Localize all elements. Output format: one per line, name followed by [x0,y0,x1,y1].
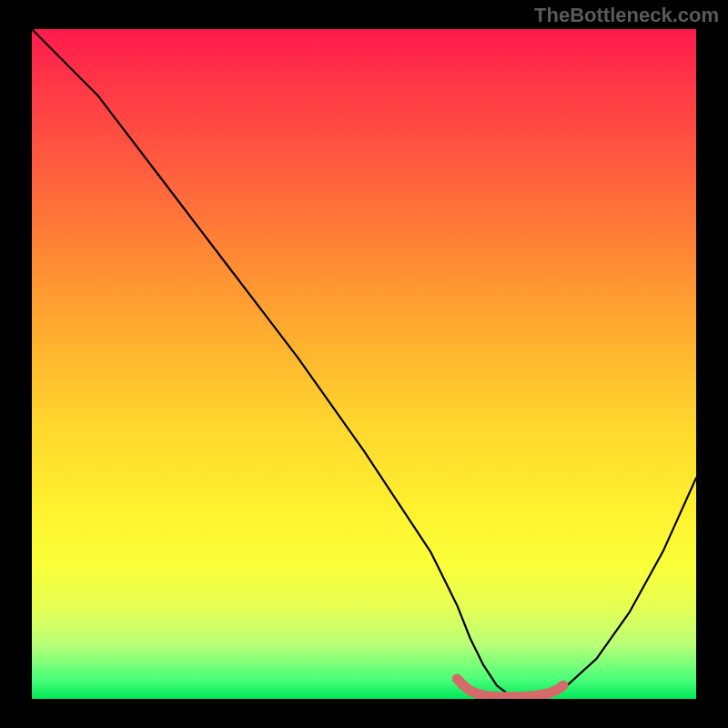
curve-svg [32,29,696,699]
watermark-label: TheBottleneck.com [534,4,719,27]
bottleneck-curve [32,29,696,695]
chart-frame: TheBottleneck.com [0,0,728,728]
optimal-range-marker [457,679,563,697]
plot-area [32,29,696,699]
